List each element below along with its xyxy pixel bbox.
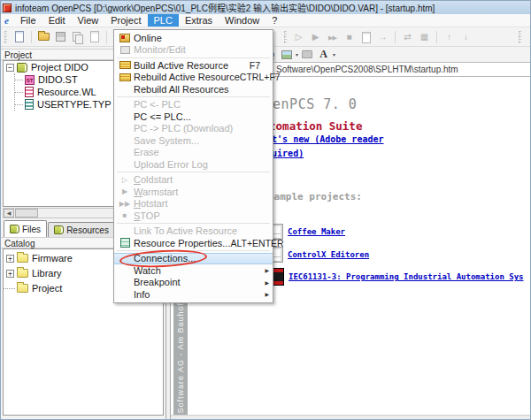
print-icon[interactable] — [299, 48, 314, 62]
tree-connector — [15, 92, 23, 93]
sample-project-link[interactable]: ControlX Editoren — [288, 250, 369, 259]
menubar-item-help[interactable]: ? — [266, 14, 283, 27]
toolbar-grip[interactable] — [4, 31, 7, 43]
dropdown-arrow-icon[interactable]: ▾ — [333, 51, 335, 57]
collapse-expander-icon[interactable]: − — [6, 64, 14, 72]
menu-item-stop[interactable]: ■STOP — [114, 210, 273, 222]
document-icon[interactable] — [87, 30, 102, 44]
menu-item-coldstart[interactable]: ▷Coldstart — [114, 174, 273, 187]
menu-item-warmstart[interactable]: ▶Warmstart — [114, 186, 273, 198]
document-icon-glyph — [90, 31, 99, 42]
link-resource-icon[interactable]: ⇄ — [400, 30, 415, 44]
menu-item-pc-plc[interactable]: PC <- PLC — [114, 99, 273, 111]
tree-item-label: Resource.WL — [37, 87, 96, 97]
menu-item-online[interactable]: Online — [114, 32, 273, 44]
menu-item-label: Warmstart — [134, 187, 178, 197]
hotstart-icon[interactable]: ▶▶ — [325, 30, 340, 44]
menu-item-save-system[interactable]: Save System... — [114, 134, 273, 147]
menu-item-rebuild-active-resource[interactable]: Rebuild Active ResourceCTRL+F7 — [114, 72, 273, 84]
menubar-item-file[interactable]: File — [14, 14, 42, 27]
menu-item-label: Watch — [134, 265, 161, 276]
toolbar-separator — [106, 31, 107, 43]
sample-project-link[interactable]: Coffee Maker — [288, 227, 345, 236]
content-hscrollbar[interactable] — [171, 415, 531, 420]
menu-item-info[interactable]: Info▶ — [114, 288, 273, 301]
save-icon[interactable] — [53, 30, 68, 44]
move-down-icon-glyph: ↓ — [464, 33, 468, 42]
submenu-arrow-icon: ▶ — [265, 291, 269, 297]
stop-icon: ■ — [116, 211, 134, 219]
sample-project-link[interactable]: IEC61131-3: Programming Industrial Autom… — [289, 272, 524, 281]
whats-new-link[interactable]: What's new (Adobe reader — [256, 134, 384, 144]
window-title: infoteam OpenPCS [D:\gwork\OpenPCS\01_PL… — [15, 1, 435, 14]
copy-icon[interactable] — [70, 30, 85, 44]
menu-item-label: Hotstart — [134, 198, 168, 209]
wl-file-icon — [25, 87, 34, 97]
menu-item-label: Resource Properties... — [134, 238, 230, 248]
step-icon[interactable]: → — [375, 30, 390, 44]
tab-resources[interactable]: Resources — [48, 222, 115, 237]
move-up-icon[interactable]: ↑ — [442, 30, 457, 44]
coldstart-icon[interactable]: ▷ — [291, 30, 306, 44]
document-icon-glyph — [362, 32, 371, 43]
menubar-item-plc[interactable]: PLC — [148, 14, 179, 27]
tree-item-label: DIDO.ST — [38, 74, 78, 85]
image-icon[interactable] — [279, 48, 294, 62]
menu-item-label: Monitor/Edit — [134, 44, 186, 55]
folder-icon — [17, 284, 28, 293]
menubar-item-view[interactable]: View — [72, 14, 105, 27]
menu-item-hotstart[interactable]: ▶▶Hotstart — [114, 198, 273, 210]
move-up-icon-glyph: ↑ — [447, 33, 451, 42]
menu-item-breakpoint[interactable]: Breakpoint▶ — [114, 277, 273, 289]
menu-item-rebuild-all-resources[interactable]: Rebuild All Resources — [114, 83, 273, 95]
print-icon-glyph — [302, 50, 312, 58]
submenu-arrow-icon: ▶ — [265, 279, 269, 286]
scroll-left-icon[interactable]: ◀ — [4, 209, 14, 218]
open-folder-icon[interactable] — [36, 30, 51, 44]
properties-icon — [116, 238, 134, 248]
menu-item-label: Rebuild All Resources — [134, 84, 229, 95]
tab-files[interactable]: Files — [4, 220, 47, 237]
expand-plus-icon[interactable]: + — [6, 255, 14, 263]
menu-item-label: Erase — [134, 147, 159, 157]
move-down-icon[interactable]: ↓ — [458, 30, 473, 44]
dropdown-arrow-icon[interactable]: ▾ — [296, 51, 298, 57]
build-icon — [119, 61, 131, 69]
online-icon — [119, 34, 130, 42]
warmstart-icon[interactable]: ▶ — [308, 30, 323, 44]
stop-icon-glyph: ■ — [346, 33, 351, 42]
menu-item-label: PC -> PLC (Download) — [134, 123, 233, 134]
menu-item-connections[interactable]: Connections... — [114, 253, 273, 265]
menubar-items: FileEditViewProjectPLCExtrasWindow? — [14, 14, 283, 27]
menu-item-watch[interactable]: Watch▶ — [114, 264, 273, 277]
toolbar-grip[interactable] — [519, 31, 521, 43]
new-document-icon[interactable] — [12, 30, 27, 44]
banner-vertical-text: infoteam Software AG - Am Bauhof — [176, 302, 185, 415]
folder-icon — [17, 269, 28, 278]
menu-item-monitor-edit[interactable]: Monitor/Edit — [114, 44, 273, 57]
toolbar-grip[interactable] — [284, 31, 287, 43]
monitor-icon — [116, 46, 134, 54]
menu-item-label: STOP — [134, 210, 160, 221]
menu-item-erase[interactable]: Erase — [114, 147, 273, 159]
menu-item-build-active-resource[interactable]: Build Active ResourceF7 — [114, 59, 273, 72]
scrollbar-thumb[interactable] — [15, 209, 38, 218]
plc-dropdown-menu: OnlineMonitor/EditBuild Active ResourceF… — [113, 29, 273, 303]
rebuild-icon — [119, 73, 131, 81]
menubar-item-project[interactable]: Project — [104, 14, 147, 27]
expand-plus-icon[interactable]: + — [6, 270, 14, 278]
font-icon[interactable]: A — [316, 48, 331, 62]
menubar-item-extras[interactable]: Extras — [179, 14, 219, 27]
menu-item-pc-plc-download[interactable]: PC -> PLC (Download) — [114, 123, 273, 135]
menu-item-pc-plc[interactable]: PC <= PLC... — [114, 111, 273, 123]
menubar-item-window[interactable]: Window — [219, 14, 266, 27]
windows-icon[interactable]: ▦ — [417, 30, 432, 44]
menu-item-resource-properties[interactable]: Resource Properties...ALT+ENTER — [114, 237, 273, 249]
menu-item-upload-error-log[interactable]: Upload Error Log — [114, 158, 273, 171]
stop-icon[interactable]: ■ — [342, 30, 357, 44]
windows-icon-glyph: ▦ — [420, 33, 428, 42]
document-icon[interactable] — [358, 30, 373, 44]
menu-item-link-to-active-resource[interactable]: Link To Active Resource — [114, 225, 273, 238]
plc-toolbar-icons: ▷▶▶▶■→⇄▦↑↓ — [290, 30, 474, 44]
menubar-item-edit[interactable]: Edit — [42, 14, 72, 27]
